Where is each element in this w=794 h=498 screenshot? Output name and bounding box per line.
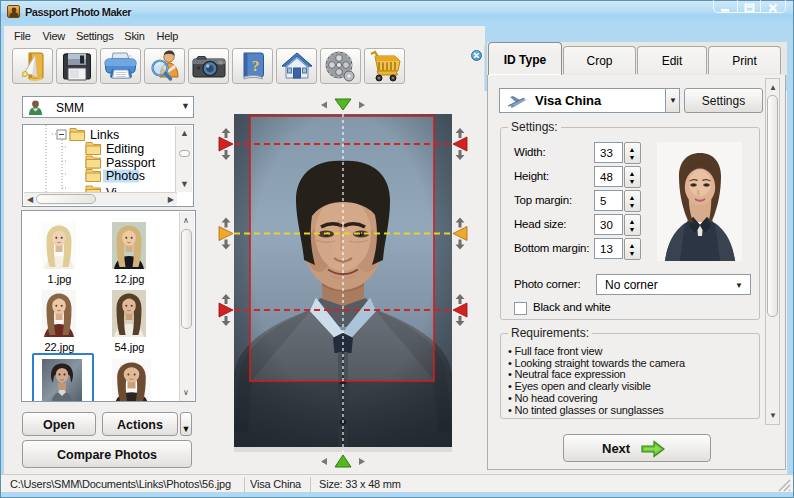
svg-text:Passport: Passport	[106, 156, 156, 170]
svg-text:Editing: Editing	[106, 142, 144, 156]
svg-text:Links: Links	[90, 128, 119, 142]
svg-text:Photos: Photos	[106, 169, 145, 183]
svg-text:?: ?	[251, 58, 259, 74]
